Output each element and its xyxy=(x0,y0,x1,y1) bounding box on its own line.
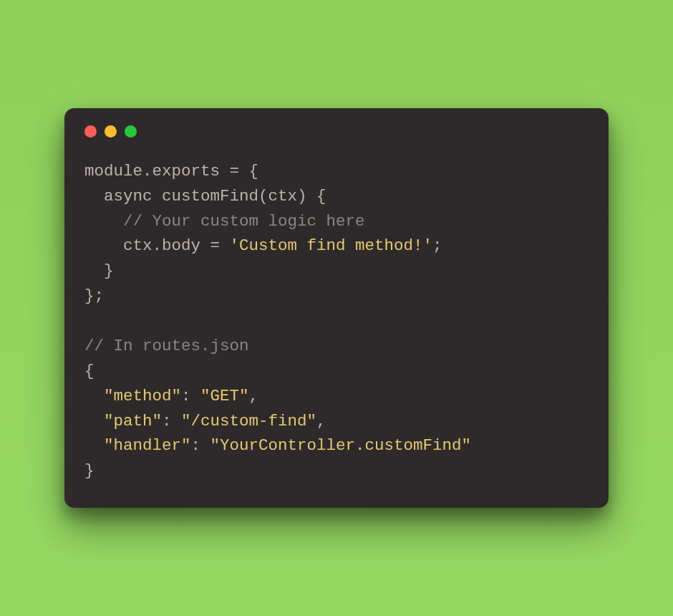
token: : xyxy=(181,387,200,405)
token: { xyxy=(84,362,95,380)
string: 'Custom find method!' xyxy=(230,236,433,255)
token: ctx xyxy=(84,236,152,255)
token: : xyxy=(162,412,181,430)
traffic-lights xyxy=(84,125,589,138)
token xyxy=(84,412,104,430)
json-key: "method" xyxy=(104,387,181,405)
token: = { xyxy=(220,162,258,181)
token: : xyxy=(191,436,210,455)
token: async xyxy=(84,187,162,206)
token: = xyxy=(200,236,230,255)
json-key: "handler" xyxy=(104,436,191,455)
token: } xyxy=(84,461,95,480)
json-value: "/custom-find" xyxy=(181,412,316,430)
token: (ctx) { xyxy=(258,187,326,206)
close-icon[interactable] xyxy=(84,125,97,138)
token: } xyxy=(84,261,114,280)
json-value: "GET" xyxy=(200,387,249,405)
token: . xyxy=(142,162,152,181)
token: , xyxy=(249,387,259,405)
json-key: "path" xyxy=(104,412,162,430)
token: body xyxy=(162,236,200,255)
token: customFind xyxy=(162,187,258,206)
token: exports xyxy=(152,162,221,181)
token: ; xyxy=(432,236,442,255)
token xyxy=(84,387,104,405)
token: }; xyxy=(84,287,104,305)
json-value: "YourController.customFind" xyxy=(210,436,472,455)
comment: // In routes.json xyxy=(84,337,249,355)
token: , xyxy=(316,412,326,430)
comment: // Your custom logic here xyxy=(84,212,365,231)
code-window: module.exports = { async customFind(ctx)… xyxy=(64,108,609,508)
zoom-icon[interactable] xyxy=(125,125,137,138)
token: . xyxy=(152,236,163,255)
minimize-icon[interactable] xyxy=(105,125,117,138)
code-block: module.exports = { async customFind(ctx)… xyxy=(84,159,589,483)
token xyxy=(84,436,104,455)
token: module xyxy=(84,162,142,181)
